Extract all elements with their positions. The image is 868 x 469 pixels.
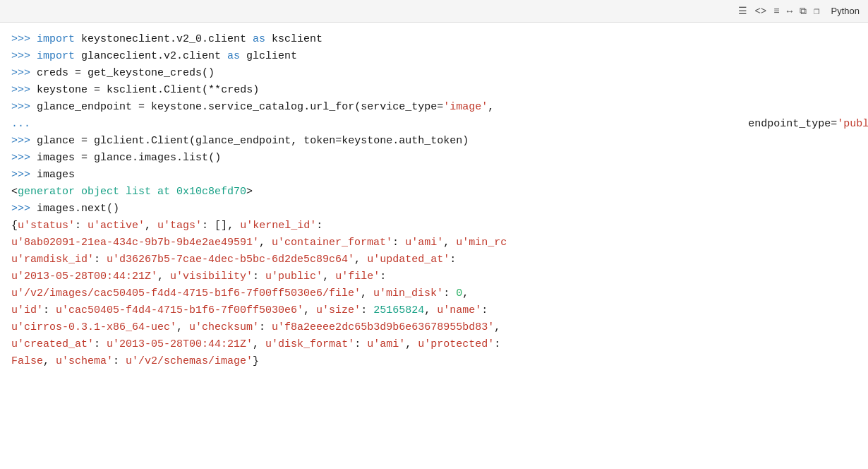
indent-icon[interactable]: ≡ <box>773 6 779 17</box>
code-line-20: False, u'schema': u'/v2/schemas/image'} <box>11 353 857 370</box>
hamburger-icon[interactable]: ☰ <box>738 5 747 17</box>
code-line-12: {u'status': u'active', u'tags': [], u'ke… <box>11 218 857 234</box>
code-line-7: >>> glance = glclient.Client(glance_endp… <box>11 133 857 150</box>
code-line-4: >>> keystone = ksclient.Client(**creds) <box>11 82 857 99</box>
language-label: Python <box>831 6 860 16</box>
code-line-11: >>> images.next() <box>11 201 857 218</box>
code-line-5: >>> glance_endpoint = keystone.service_c… <box>11 99 857 116</box>
code-line-15: u'2013-05-28T00:44:21Z', u'visibility': … <box>11 268 857 285</box>
copy-icon[interactable]: ⧉ <box>800 6 807 17</box>
code-line-6: ... endpoint_type='publicUR <box>11 116 857 133</box>
code-line-9: >>> images <box>11 167 857 184</box>
code-line-14: u'ramdisk_id': u'd36267b5-7cae-4dec-b5bc… <box>11 251 857 268</box>
code-line-1: >>> import keystoneclient.v2_0.client as… <box>11 31 857 48</box>
code-line-3: >>> creds = get_keystone_creds() <box>11 65 857 82</box>
code-line-8: >>> images = glance.images.list() <box>11 150 857 167</box>
code-brackets-icon[interactable]: <> <box>754 6 766 17</box>
code-line-10: <generator object list at 0x10c8efd70> <box>11 184 857 201</box>
code-line-17: u'id': u'cac50405-f4d4-4715-b1f6-7f00ff5… <box>11 302 857 319</box>
code-area: >>> import keystoneclient.v2_0.client as… <box>0 23 868 469</box>
code-line-19: u'created_at': u'2013-05-28T00:44:21Z', … <box>11 336 857 353</box>
code-line-2: >>> import glanceclient.v2.client as glc… <box>11 48 857 65</box>
code-line-18: u'cirros-0.3.1-x86_64-uec', u'checksum':… <box>11 319 857 336</box>
external-icon[interactable]: ❐ <box>814 5 819 17</box>
code-line-16: u'/v2/images/cac50405-f4d4-4715-b1f6-7f0… <box>11 285 857 302</box>
toolbar: ☰ <> ≡ ↔ ⧉ ❐ Python <box>0 0 868 23</box>
arrows-horizontal-icon[interactable]: ↔ <box>787 6 792 17</box>
code-line-13: u'8ab02091-21ea-434c-9b7b-9b4e2ae49591',… <box>11 234 857 251</box>
